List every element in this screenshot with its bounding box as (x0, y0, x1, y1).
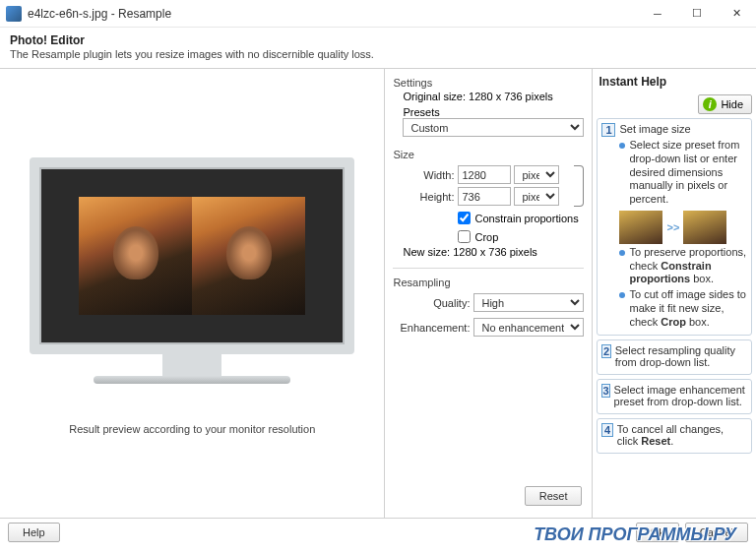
enhancement-label: Enhancement: (393, 322, 470, 334)
width-label: Width: (393, 169, 454, 181)
presets-label: Presets (403, 106, 584, 118)
settings-heading: Settings (393, 77, 584, 89)
preview-pane: Result preview according to your monitor… (0, 69, 385, 518)
help-pane: Instant Help i Hide 1Set image sizeSelec… (592, 69, 756, 518)
step-title: Select resampling quality from drop-down… (615, 344, 747, 368)
step-title: To cancel all changes, click Reset. (617, 423, 747, 447)
help-title: Instant Help (597, 73, 752, 94)
app-subtitle: The Resample plugin lets you resize imag… (10, 48, 746, 60)
height-label: Height: (393, 191, 454, 203)
resampling-heading: Resampling (393, 277, 584, 288)
step-number: 1 (601, 123, 615, 137)
step-title: Set image size (619, 123, 690, 137)
monitor-preview (30, 157, 354, 384)
window-title: e4lzc-e6n-s.jpg - Resample (28, 7, 638, 21)
help-button[interactable]: Help (8, 523, 60, 542)
help-thumbs: >> (619, 211, 747, 244)
quality-select[interactable]: High (473, 293, 584, 312)
constrain-label: Constrain proportions (474, 213, 578, 224)
preview-caption: Result preview according to your monitor… (69, 423, 315, 435)
crop-checkbox[interactable] (458, 230, 471, 243)
original-size-value: 1280 x 736 pixels (469, 91, 553, 102)
height-unit-select[interactable]: pixels (514, 187, 559, 206)
app-icon (6, 6, 22, 22)
titlebar: e4lzc-e6n-s.jpg - Resample ─ ☐ ✕ (0, 0, 756, 28)
settings-pane: Settings Original size: 1280 x 736 pixel… (385, 69, 592, 518)
maximize-button[interactable]: ☐ (677, 0, 717, 28)
width-unit-select[interactable]: pixels (514, 165, 559, 184)
hide-help-button[interactable]: i Hide (698, 94, 752, 114)
preview-image (79, 197, 305, 315)
size-heading: Size (393, 149, 584, 160)
link-bracket-icon (574, 165, 584, 207)
crop-label: Crop (474, 231, 498, 243)
step-number: 3 (601, 384, 609, 398)
help-step: 3Select image enhancement preset from dr… (597, 379, 752, 414)
help-step: 1Set image sizeSelect size preset from d… (597, 118, 752, 336)
step-number: 4 (601, 423, 612, 437)
enhancement-select[interactable]: No enhancement (473, 318, 584, 337)
close-button[interactable]: ✕ (717, 0, 756, 28)
presets-select[interactable]: Custom (403, 118, 584, 137)
quality-label: Quality: (393, 297, 470, 309)
width-input[interactable] (458, 165, 511, 184)
minimize-button[interactable]: ─ (638, 0, 677, 28)
header: Photo! Editor The Resample plugin lets y… (0, 28, 756, 69)
step-number: 2 (601, 344, 610, 358)
reset-button[interactable]: Reset (525, 486, 583, 506)
step-title: Select image enhancement preset from dro… (614, 384, 747, 407)
footer: Help Ok Cancel ТВОИ ПРОГРАММЫ.РУ (0, 518, 756, 545)
app-title: Photo! Editor (10, 33, 746, 47)
newsize-value: 1280 x 736 pixels (453, 246, 537, 258)
watermark: ТВОИ ПРОГРАММЫ.РУ (534, 524, 736, 545)
newsize-label: New size: (403, 246, 450, 258)
original-size-label: Original size: (403, 91, 466, 102)
help-step: 4To cancel all changes, click Reset. (597, 418, 752, 454)
constrain-checkbox[interactable] (458, 212, 471, 224)
info-icon: i (703, 97, 717, 111)
help-step: 2Select resampling quality from drop-dow… (597, 339, 752, 375)
height-input[interactable] (458, 187, 511, 206)
